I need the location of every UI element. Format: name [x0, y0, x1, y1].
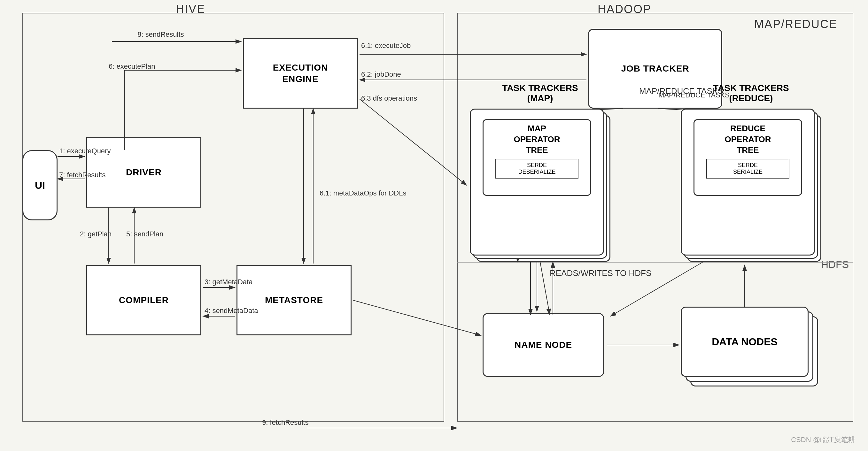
serde-deserialize-box: SERDE DESERIALIZE: [495, 159, 579, 179]
label-62: 6.2: jobDone: [361, 70, 401, 78]
label-map-reduce-tasks: MAP/REDUCE TASKS: [658, 91, 730, 99]
serde-label2: SERDE: [707, 162, 789, 169]
watermark: CSDN @临江叟笔耕: [791, 435, 855, 445]
hadoop-label: HADOOP: [598, 3, 651, 16]
reduce-operator-tree-label: REDUCEOPERATORTREE: [725, 123, 771, 156]
label-8: 8: sendResults: [137, 30, 184, 39]
serde-label: SERDE: [496, 162, 578, 169]
execution-engine-label: EXECUTIONENGINE: [273, 62, 328, 85]
diagram: HIVE HADOOP MAP/REDUCE HDFS UI DRIVER CO…: [0, 0, 868, 451]
job-tracker-label: JOB TRACKER: [621, 63, 689, 74]
label-63: 6.3 dfs operations: [361, 94, 417, 102]
deserialize-label: DESERIALIZE: [496, 169, 578, 175]
data-nodes-label: DATA NODES: [712, 336, 778, 348]
label-7: 7: fetchResults: [59, 171, 106, 179]
mapreduce-label: MAP/REDUCE: [754, 18, 837, 31]
metastore-box: METASTORE: [237, 265, 351, 335]
hdfs-separator: [457, 262, 853, 263]
task-trackers-map-label: TASK TRACKERS(MAP): [473, 83, 607, 103]
label-4: 4: sendMetaData: [205, 307, 258, 315]
ui-box: UI: [22, 150, 58, 220]
label-1: 1: executeQuery: [59, 147, 111, 155]
compiler-box: COMPILER: [86, 265, 202, 335]
label-9: 9: fetchResults: [262, 418, 309, 427]
serialize-label: SERIALIZE: [707, 169, 789, 175]
hive-label: HIVE: [176, 3, 205, 16]
label-61b: 6.1: metaDataOps for DDLs: [319, 188, 406, 198]
label-61: 6.1: executeJob: [361, 41, 411, 50]
label-2: 2: getPlan: [80, 230, 112, 238]
label-3: 3: getMetaData: [205, 278, 252, 286]
execution-engine-box: EXECUTIONENGINE: [243, 38, 358, 108]
hdfs-label: HDFS: [821, 259, 849, 270]
name-node-box: NAME NODE: [483, 313, 604, 377]
reads-writes-label: READS/WRITES TO HDFS: [550, 268, 651, 278]
label-5: 5: sendPlan: [126, 230, 163, 238]
serde-serialize-box: SERDE SERIALIZE: [706, 159, 789, 179]
map-operator-tree-label: MAPOPERATORTREE: [514, 123, 560, 156]
label-6: 6: executePlan: [108, 62, 155, 71]
